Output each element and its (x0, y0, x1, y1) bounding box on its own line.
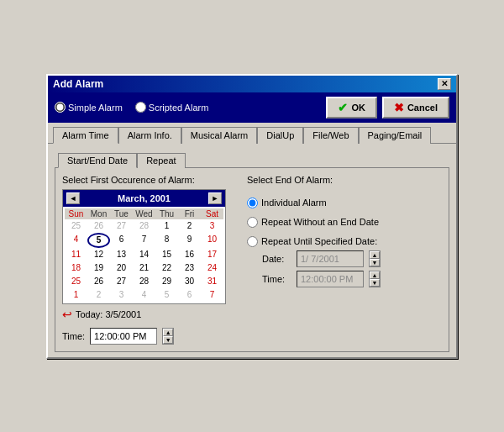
cal-cell[interactable]: 8 (155, 233, 178, 248)
window-title: Add Alarm (53, 78, 103, 90)
repeat-no-end-option[interactable]: Repeat Without an End Date (247, 217, 442, 228)
cal-cell[interactable]: 3 (110, 288, 133, 302)
cal-cell[interactable]: 30 (178, 275, 201, 288)
month-year-label: March, 2001 (118, 193, 171, 203)
cal-cell[interactable]: 28 (133, 275, 155, 288)
cal-cell[interactable]: 28 (133, 219, 155, 233)
scripted-alarm-option[interactable]: Scripted Alarm (135, 102, 209, 113)
cal-row-6: 1 2 3 4 5 6 7 (65, 288, 223, 302)
individual-alarm-option[interactable]: Individual Alarm (247, 198, 442, 208)
cal-cell[interactable]: 13 (110, 248, 133, 261)
alarm-type-group: Simple Alarm Scripted Alarm (55, 102, 208, 113)
title-bar: Add Alarm ✕ (48, 76, 456, 92)
end-time-input[interactable] (297, 271, 364, 287)
individual-alarm-radio[interactable] (247, 198, 258, 208)
cal-cell[interactable]: 27 (110, 219, 133, 233)
tab-alarm-info[interactable]: Alarm Info. (118, 127, 181, 144)
cal-cell[interactable]: 25 (65, 219, 87, 233)
tab-alarm-time[interactable]: Alarm Time (53, 127, 118, 144)
close-button[interactable]: ✕ (438, 78, 451, 90)
cal-cell[interactable]: 5 (155, 288, 178, 302)
end-date-spinner-up[interactable]: ▲ (370, 251, 380, 259)
cancel-button[interactable]: ✖ Cancel (382, 97, 449, 119)
end-time-spinner-up[interactable]: ▲ (370, 271, 380, 279)
cal-cell[interactable]: 20 (110, 261, 133, 275)
calendar-header: ◄ March, 2001 ► (63, 190, 225, 207)
toolbar-buttons: ✔ OK ✖ Cancel (326, 97, 449, 119)
main-area: Select First Occurence of Alarm: ◄ March… (62, 175, 442, 345)
cal-cell[interactable]: 21 (133, 261, 155, 275)
cal-cell[interactable]: 12 (87, 248, 110, 261)
day-sat: Sat (201, 209, 223, 219)
cal-cell[interactable]: 29 (155, 275, 178, 288)
end-date-input[interactable] (297, 250, 364, 267)
prev-month-button[interactable]: ◄ (66, 192, 80, 204)
cal-cell[interactable]: 6 (110, 233, 133, 248)
cal-cell[interactable]: 1 (155, 219, 178, 233)
cal-cell[interactable]: 4 (133, 288, 155, 302)
cal-cell[interactable]: 11 (65, 248, 87, 261)
cal-cell[interactable]: 15 (155, 248, 178, 261)
tab-start-end-date[interactable]: Start/End Date (58, 153, 137, 168)
end-time-row: Time: ▲ ▼ (247, 271, 442, 287)
cal-cell[interactable]: 25 (65, 275, 87, 288)
cancel-icon: ✖ (394, 101, 404, 114)
day-sun: Sun (65, 209, 87, 219)
cal-cell[interactable]: 18 (65, 261, 87, 275)
cal-cell[interactable]: 2 (87, 288, 110, 302)
repeat-until-radio[interactable] (247, 236, 258, 247)
cal-cell[interactable]: 1 (65, 288, 87, 302)
ok-button[interactable]: ✔ OK (326, 97, 377, 119)
cal-cell[interactable]: 9 (178, 233, 201, 248)
cal-cell[interactable]: 22 (155, 261, 178, 275)
cal-cell[interactable]: 26 (87, 275, 110, 288)
end-time-label: Time: (262, 274, 291, 284)
tab-dialup[interactable]: DialUp (257, 127, 303, 144)
cal-cell[interactable]: 7 (201, 288, 223, 302)
cal-cell[interactable]: 17 (201, 248, 223, 261)
cal-cell[interactable]: 23 (178, 261, 201, 275)
cal-cell[interactable]: 14 (133, 248, 155, 261)
tab-paging-email[interactable]: Paging/Email (359, 127, 432, 144)
tab-repeat[interactable]: Repeat (137, 153, 185, 168)
end-time-spinner: ▲ ▼ (369, 271, 381, 287)
cal-cell[interactable]: 19 (87, 261, 110, 275)
end-date-label: Date: (262, 254, 291, 264)
cal-cell[interactable]: 27 (110, 275, 133, 288)
cal-cell[interactable]: 4 (65, 233, 87, 248)
tab-musical-alarm[interactable]: Musical Alarm (181, 127, 257, 144)
day-wed: Wed (133, 209, 155, 219)
cal-row-2: 4 5 6 7 8 9 10 (65, 233, 223, 248)
repeat-until-group: Repeat Until Specified Date: Date: ▲ ▼ (247, 236, 442, 287)
first-occurrence-title: Select First Occurence of Alarm: (62, 175, 239, 185)
cal-cell[interactable]: 2 (178, 219, 201, 233)
cal-cell[interactable]: 3 (201, 219, 223, 233)
cal-cell[interactable]: 16 (178, 248, 201, 261)
add-alarm-window: Add Alarm ✕ Simple Alarm Scripted Alarm … (46, 74, 458, 359)
end-date-row: Date: ▲ ▼ (247, 250, 442, 267)
tab-file-web[interactable]: File/Web (303, 127, 358, 144)
simple-alarm-radio[interactable] (55, 102, 66, 113)
time-input[interactable] (90, 328, 157, 345)
repeat-until-option[interactable]: Repeat Until Specified Date: (247, 236, 442, 247)
repeat-no-end-radio[interactable] (247, 217, 258, 228)
end-date-spinner-down[interactable]: ▼ (370, 259, 380, 266)
calendar-section: Select First Occurence of Alarm: ◄ March… (62, 175, 239, 345)
cal-cell[interactable]: 26 (87, 219, 110, 233)
next-month-button[interactable]: ► (208, 192, 222, 204)
cal-cell[interactable]: 7 (133, 233, 155, 248)
cal-cell-selected[interactable]: 5 (87, 233, 110, 248)
cal-cell[interactable]: 10 (201, 233, 223, 248)
cal-cell[interactable]: 6 (178, 288, 201, 302)
cal-cell[interactable]: 24 (201, 261, 223, 275)
scripted-alarm-radio[interactable] (135, 102, 146, 113)
time-spinner-down[interactable]: ▼ (163, 336, 173, 344)
end-time-spinner-down[interactable]: ▼ (370, 279, 380, 287)
time-label: Time: (62, 331, 85, 341)
today-label: Today: 3/5/2001 (76, 309, 141, 319)
cal-cell[interactable]: 31 (201, 275, 223, 288)
end-alarm-options: Individual Alarm Repeat Without an End D… (247, 189, 442, 296)
simple-alarm-option[interactable]: Simple Alarm (55, 102, 123, 113)
time-spinner-up[interactable]: ▲ (163, 329, 173, 336)
cal-row-4: 18 19 20 21 22 23 24 (65, 261, 223, 275)
